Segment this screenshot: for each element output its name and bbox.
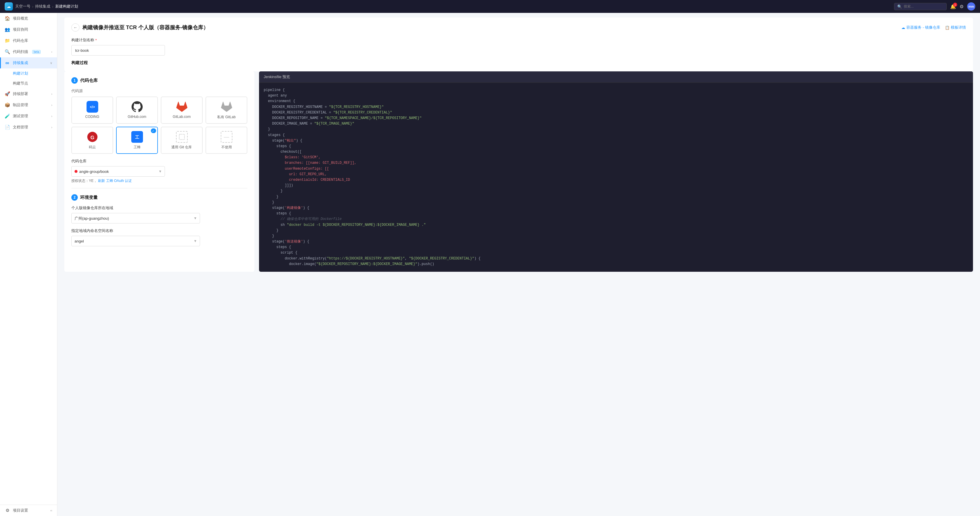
code-line-25: sh "docker build -t ${DOCKER_REPOSITORY_… xyxy=(264,222,968,228)
template-detail-link[interactable]: 📋 模板详情 xyxy=(945,25,966,30)
not-use-label: 不使用 xyxy=(221,145,232,150)
generic-git-svg xyxy=(179,134,185,140)
gitlab-icon-wrapper xyxy=(176,100,188,113)
namespace-label: 指定地域内命名空间名称 xyxy=(72,228,247,233)
gitee-svg: G xyxy=(87,131,98,142)
sidebar-item-build-plan[interactable]: 构建计划 xyxy=(13,68,57,78)
source-card-gitee[interactable]: G 码云 xyxy=(72,127,113,154)
avatar[interactable]: mm xyxy=(967,2,975,11)
repo-label: 代码仓库 xyxy=(72,159,247,164)
search-icon: 🔍 xyxy=(897,5,902,9)
page-title: 构建镜像并推送至 TCR 个人版（容器服务-镜像仓库） xyxy=(83,24,208,31)
settings-icon[interactable]: ⚙ xyxy=(959,4,964,10)
cd-arrow-icon: › xyxy=(51,92,52,96)
step1-header: 1 代码仓库 xyxy=(72,77,247,84)
namespace-select[interactable]: angel xyxy=(72,236,200,246)
sidebar-label-project-overview: 项目概览 xyxy=(13,16,28,21)
breadcrumb-current: 新建构建计划 xyxy=(55,4,78,9)
sidebar-item-build-node[interactable]: 构建节点 xyxy=(13,78,57,88)
source-card-gitlab[interactable]: GitLab.com xyxy=(161,97,203,124)
refresh-oauth-link[interactable]: 刷新 工蜂 OAuth 认证 xyxy=(98,179,132,183)
sidebar-item-code-scan[interactable]: 🔍 代码扫描 beta › xyxy=(0,46,57,57)
code-line-31: docker.withRegistry("https://${DOCKER_RE… xyxy=(264,256,968,261)
repo-value: angle-group/book xyxy=(79,169,109,174)
source-card-private-gitlab[interactable]: 私有 GitLab xyxy=(205,97,247,124)
source-card-github[interactable]: GitHub.com xyxy=(116,97,158,124)
collab-icon: 👥 xyxy=(5,27,10,32)
sidebar-label-project-collab: 项目协同 xyxy=(13,27,28,32)
breadcrumb-item-project[interactable]: 天空一号 xyxy=(15,4,30,9)
code-line-20: } xyxy=(264,194,968,200)
sidebar-item-cd[interactable]: 🚀 持续部署 › xyxy=(0,88,57,99)
code-line-13: $class: 'GitSCM', xyxy=(264,155,968,160)
code-line-5: DOCKER_REGISTRY_CREDENTIAL = "${TCR_REGI… xyxy=(264,110,968,116)
sidebar-item-project-overview[interactable]: 🏠 项目概览 xyxy=(0,13,57,24)
source-card-coding[interactable]: </> CODING xyxy=(72,97,113,124)
source-card-generic-git[interactable]: 通用 Git 仓库 xyxy=(161,127,203,154)
sidebar-label-code-scan: 代码扫描 xyxy=(13,49,28,54)
repo-select[interactable]: angle-group/book xyxy=(72,166,165,177)
namespace-select-wrapper: angel ▼ xyxy=(72,236,200,246)
product-arrow-icon: › xyxy=(51,103,52,107)
code-line-17: credentialsId: CREDENTIALS_ID xyxy=(264,177,968,183)
source-card-not-use[interactable]: — 不使用 xyxy=(205,127,247,154)
plan-name-section: 构建计划名称 * xyxy=(72,37,966,56)
back-button[interactable]: ← xyxy=(72,23,80,32)
container-service-link[interactable]: ☁ 容器服务 - 镜像仓库 xyxy=(901,25,940,30)
code-line-7: DOCKER_IMAGE_NAME = "${TCR_IMAGE_NAME}" xyxy=(264,121,968,127)
logo[interactable]: ☁ xyxy=(5,2,13,11)
settings-gear-icon: ⚙ xyxy=(5,508,10,513)
code-line-23: steps { xyxy=(264,211,968,217)
required-star: * xyxy=(95,38,97,42)
ci-icon: ∞ xyxy=(5,60,10,65)
region-select[interactable]: 广州(ap-guangzhou)上海(ap-shanghai)北京(ap-bei… xyxy=(72,213,200,223)
gongfeng-svg: 工 xyxy=(133,133,141,141)
notification-icon[interactable]: 🔔 1 xyxy=(950,4,956,10)
sidebar-item-project-collab[interactable]: 👥 项目协同 xyxy=(0,24,57,35)
source-card-gongfeng[interactable]: ✓ 工 工蜂 xyxy=(116,127,158,154)
private-gitlab-svg xyxy=(221,101,232,112)
sidebar-item-code-repo[interactable]: 📁 代码仓库 xyxy=(0,35,57,46)
search-box[interactable]: 🔍 xyxy=(894,3,947,10)
not-use-icon: — xyxy=(221,131,232,143)
region-section: 个人版镜像仓库所在地域 广州(ap-guangzhou)上海(ap-shangh… xyxy=(72,205,247,223)
left-panel-inner: 1 代码仓库 代码源 xyxy=(64,72,255,257)
breadcrumb-item-ci[interactable]: 持续集成 xyxy=(35,4,50,9)
code-line-22: stage('构建镜像') { xyxy=(264,205,968,211)
code-line-3: environment { xyxy=(264,99,968,104)
generic-git-icon xyxy=(176,131,188,143)
code-line-24: // 确保仓库中有可用的 Dockerfile xyxy=(264,217,968,222)
code-line-4: DOCKER_REGISTRY_HOSTNAME = "${TCR_REGIST… xyxy=(264,104,968,110)
build-process-label: 构建过程 xyxy=(72,60,966,65)
auth-status: 授权状态：YE， 刷新 工蜂 OAuth 认证 xyxy=(72,178,247,183)
sidebar-label-project-settings: 项目设置 xyxy=(13,508,28,513)
sidebar-item-project-settings[interactable]: ⚙ 项目设置 ‹‹ xyxy=(0,505,57,516)
namespace-section: 指定地域内命名空间名称 angel ▼ xyxy=(72,228,247,246)
sidebar-item-test-mgmt[interactable]: 🧪 测试管理 › xyxy=(0,111,57,122)
doc-arrow-icon: › xyxy=(51,126,52,129)
container-service-label: 容器服务 - 镜像仓库 xyxy=(906,25,940,30)
sidebar-item-doc-mgmt[interactable]: 📄 文档管理 › xyxy=(0,122,57,133)
scan-icon: 🔍 xyxy=(5,49,10,54)
code-line-14: branches: [[name: GIT_BUILD_REF]], xyxy=(264,160,968,166)
svg-text:工: 工 xyxy=(135,135,139,140)
coding-icon-wrapper: </> xyxy=(86,100,99,113)
repo-icon: 📁 xyxy=(5,38,10,43)
plan-name-label: 构建计划名称 * xyxy=(72,37,966,43)
step2-badge: 2 xyxy=(72,194,78,201)
gongfeng-checkmark: ✓ xyxy=(151,128,156,133)
svg-text:G: G xyxy=(90,135,94,140)
code-line-10: stage("检出") { xyxy=(264,138,968,143)
doc-icon: 📄 xyxy=(5,124,10,130)
code-line-30: script { xyxy=(264,250,968,256)
main-container: 🏠 项目概览 👥 项目协同 📁 代码仓库 🔍 代码扫描 beta › ∞ 持续集… xyxy=(0,13,980,516)
sidebar-label-cd: 持续部署 xyxy=(13,91,28,97)
page-header-right: ☁ 容器服务 - 镜像仓库 📋 模板详情 xyxy=(901,25,966,30)
content: ← 构建镜像并推送至 TCR 个人版（容器服务-镜像仓库） ☁ 容器服务 - 镜… xyxy=(57,13,980,516)
test-arrow-icon: › xyxy=(51,115,52,118)
plan-name-input[interactable] xyxy=(72,45,165,56)
search-input[interactable] xyxy=(904,5,943,8)
sidebar-item-ci[interactable]: ∞ 持续集成 ∨ xyxy=(0,57,57,68)
code-line-9: stages { xyxy=(264,132,968,138)
sidebar-item-product-mgmt[interactable]: 📦 制品管理 › xyxy=(0,99,57,111)
